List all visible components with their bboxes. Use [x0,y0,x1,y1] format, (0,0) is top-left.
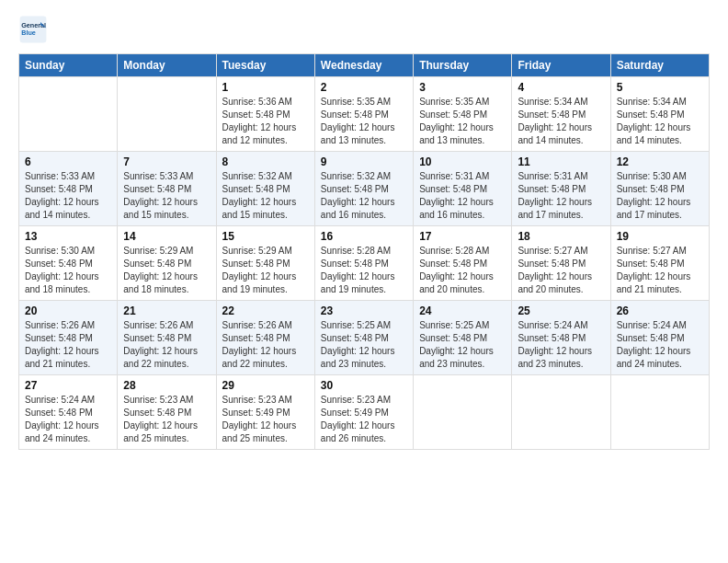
calendar-cell: 11Sunrise: 5:31 AM Sunset: 5:48 PM Dayli… [512,152,610,226]
day-number: 17 [419,230,506,243]
weekday-saturday: Saturday [610,54,709,77]
calendar-cell: 12Sunrise: 5:30 AM Sunset: 5:48 PM Dayli… [610,152,709,226]
day-number: 14 [123,230,210,243]
calendar-cell: 20Sunrise: 5:26 AM Sunset: 5:48 PM Dayli… [19,301,118,375]
calendar-week-2: 6Sunrise: 5:33 AM Sunset: 5:48 PM Daylig… [19,152,710,226]
logo-icon: General Blue [18,15,48,44]
calendar-cell: 16Sunrise: 5:28 AM Sunset: 5:48 PM Dayli… [314,226,413,301]
day-number: 10 [419,155,506,168]
calendar-cell: 30Sunrise: 5:23 AM Sunset: 5:49 PM Dayli… [314,375,413,450]
day-info: Sunrise: 5:29 AM Sunset: 5:48 PM Dayligh… [222,245,309,296]
day-number: 6 [25,155,111,168]
day-number: 30 [321,379,407,392]
day-number: 25 [518,304,604,317]
calendar-cell: 17Sunrise: 5:28 AM Sunset: 5:48 PM Dayli… [414,226,512,301]
day-info: Sunrise: 5:23 AM Sunset: 5:49 PM Dayligh… [321,394,407,445]
calendar-cell: 7Sunrise: 5:33 AM Sunset: 5:48 PM Daylig… [118,152,216,226]
header: General Blue [18,15,710,44]
day-info: Sunrise: 5:34 AM Sunset: 5:48 PM Dayligh… [518,96,604,147]
calendar-cell: 6Sunrise: 5:33 AM Sunset: 5:48 PM Daylig… [19,152,118,226]
day-info: Sunrise: 5:33 AM Sunset: 5:48 PM Dayligh… [123,170,210,222]
day-info: Sunrise: 5:32 AM Sunset: 5:48 PM Dayligh… [222,170,309,222]
day-info: Sunrise: 5:33 AM Sunset: 5:48 PM Dayligh… [25,170,111,222]
day-number: 3 [419,81,506,94]
calendar-cell: 9Sunrise: 5:32 AM Sunset: 5:48 PM Daylig… [314,152,413,226]
day-number: 18 [518,230,604,243]
svg-text:Blue: Blue [21,29,36,37]
day-number: 2 [321,81,407,94]
calendar-cell: 10Sunrise: 5:31 AM Sunset: 5:48 PM Dayli… [414,152,512,226]
day-info: Sunrise: 5:23 AM Sunset: 5:48 PM Dayligh… [123,394,210,445]
calendar-cell: 8Sunrise: 5:32 AM Sunset: 5:48 PM Daylig… [216,152,314,226]
day-info: Sunrise: 5:25 AM Sunset: 5:48 PM Dayligh… [321,319,407,371]
page: General Blue SundayMondayTuesdayWednesda… [0,0,728,563]
weekday-thursday: Thursday [414,54,512,77]
logo: General Blue [18,15,51,44]
day-info: Sunrise: 5:31 AM Sunset: 5:48 PM Dayligh… [518,170,604,222]
calendar-cell: 29Sunrise: 5:23 AM Sunset: 5:49 PM Dayli… [216,375,314,450]
calendar-cell: 25Sunrise: 5:24 AM Sunset: 5:48 PM Dayli… [512,301,610,375]
day-info: Sunrise: 5:24 AM Sunset: 5:48 PM Dayligh… [518,319,604,371]
day-number: 21 [123,304,210,317]
calendar-cell: 21Sunrise: 5:26 AM Sunset: 5:48 PM Dayli… [118,301,216,375]
day-info: Sunrise: 5:29 AM Sunset: 5:48 PM Dayligh… [123,245,210,296]
weekday-friday: Friday [512,54,610,77]
calendar-cell: 23Sunrise: 5:25 AM Sunset: 5:48 PM Dayli… [314,301,413,375]
calendar-cell [512,375,610,450]
weekday-monday: Monday [118,54,216,77]
day-number: 28 [123,379,210,392]
day-number: 9 [321,155,407,168]
weekday-header-row: SundayMondayTuesdayWednesdayThursdayFrid… [19,54,710,77]
day-info: Sunrise: 5:23 AM Sunset: 5:49 PM Dayligh… [222,394,309,445]
day-number: 12 [617,155,703,168]
calendar-cell [610,375,709,450]
day-info: Sunrise: 5:31 AM Sunset: 5:48 PM Dayligh… [419,170,506,222]
day-info: Sunrise: 5:25 AM Sunset: 5:48 PM Dayligh… [419,319,506,371]
calendar-week-5: 27Sunrise: 5:24 AM Sunset: 5:48 PM Dayli… [19,375,710,450]
day-number: 13 [25,230,111,243]
calendar-cell: 18Sunrise: 5:27 AM Sunset: 5:48 PM Dayli… [512,226,610,301]
calendar-week-3: 13Sunrise: 5:30 AM Sunset: 5:48 PM Dayli… [19,226,710,301]
day-number: 1 [222,81,309,94]
calendar-cell: 2Sunrise: 5:35 AM Sunset: 5:48 PM Daylig… [314,77,413,152]
weekday-sunday: Sunday [19,54,118,77]
day-info: Sunrise: 5:35 AM Sunset: 5:48 PM Dayligh… [419,96,506,147]
day-number: 19 [617,230,703,243]
calendar-cell: 13Sunrise: 5:30 AM Sunset: 5:48 PM Dayli… [19,226,118,301]
calendar-cell: 4Sunrise: 5:34 AM Sunset: 5:48 PM Daylig… [512,77,610,152]
weekday-tuesday: Tuesday [216,54,314,77]
day-info: Sunrise: 5:36 AM Sunset: 5:48 PM Dayligh… [222,96,309,147]
day-info: Sunrise: 5:28 AM Sunset: 5:48 PM Dayligh… [419,245,506,296]
calendar-cell: 1Sunrise: 5:36 AM Sunset: 5:48 PM Daylig… [216,77,314,152]
day-number: 5 [617,81,703,94]
day-number: 27 [25,379,111,392]
day-number: 29 [222,379,309,392]
day-info: Sunrise: 5:34 AM Sunset: 5:48 PM Dayligh… [617,96,703,147]
day-number: 20 [25,304,111,317]
calendar-cell [414,375,512,450]
weekday-wednesday: Wednesday [314,54,413,77]
day-info: Sunrise: 5:26 AM Sunset: 5:48 PM Dayligh… [222,319,309,371]
calendar-cell: 28Sunrise: 5:23 AM Sunset: 5:48 PM Dayli… [118,375,216,450]
calendar-cell: 3Sunrise: 5:35 AM Sunset: 5:48 PM Daylig… [414,77,512,152]
calendar-table: SundayMondayTuesdayWednesdayThursdayFrid… [18,53,710,450]
day-info: Sunrise: 5:28 AM Sunset: 5:48 PM Dayligh… [321,245,407,296]
day-info: Sunrise: 5:24 AM Sunset: 5:48 PM Dayligh… [617,319,703,371]
calendar-cell: 19Sunrise: 5:27 AM Sunset: 5:48 PM Dayli… [610,226,709,301]
day-info: Sunrise: 5:26 AM Sunset: 5:48 PM Dayligh… [123,319,210,371]
day-number: 22 [222,304,309,317]
calendar-week-4: 20Sunrise: 5:26 AM Sunset: 5:48 PM Dayli… [19,301,710,375]
calendar-cell: 14Sunrise: 5:29 AM Sunset: 5:48 PM Dayli… [118,226,216,301]
day-number: 7 [123,155,210,168]
day-info: Sunrise: 5:32 AM Sunset: 5:48 PM Dayligh… [321,170,407,222]
day-info: Sunrise: 5:27 AM Sunset: 5:48 PM Dayligh… [518,245,604,296]
calendar-cell [19,77,118,152]
day-number: 16 [321,230,407,243]
calendar-cell [118,77,216,152]
day-number: 24 [419,304,506,317]
calendar-cell: 5Sunrise: 5:34 AM Sunset: 5:48 PM Daylig… [610,77,709,152]
day-info: Sunrise: 5:35 AM Sunset: 5:48 PM Dayligh… [321,96,407,147]
day-number: 8 [222,155,309,168]
day-number: 11 [518,155,604,168]
calendar-cell: 24Sunrise: 5:25 AM Sunset: 5:48 PM Dayli… [414,301,512,375]
